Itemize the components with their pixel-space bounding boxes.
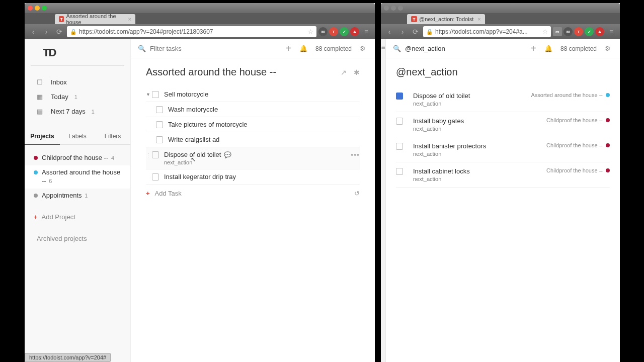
search-wrap: 🔍 xyxy=(138,45,279,52)
project-item[interactable]: Assorted around the house -- 6 xyxy=(25,165,130,189)
task-label-link[interactable]: next_action xyxy=(164,159,192,165)
url-field[interactable]: 🔒 https://todoist.com/app?v=204#project/… xyxy=(67,26,316,37)
forward-icon[interactable]: › xyxy=(41,27,52,37)
task-project-link[interactable]: Childproof the house -- xyxy=(546,142,603,148)
ext-todoist-icon[interactable]: T xyxy=(329,27,338,36)
maximize-window-icon[interactable] xyxy=(398,6,403,11)
notifications-icon[interactable]: 🔔 xyxy=(542,45,554,52)
close-tab-icon[interactable]: × xyxy=(477,16,480,22)
gear-icon[interactable]: ⚙ xyxy=(603,45,613,52)
url-text: https://todoist.com/app?v=204#project/12… xyxy=(79,28,306,35)
task-row[interactable]: Wash motoryccle xyxy=(146,102,360,117)
extension-icons: ▭ M T ✓ A ≡ xyxy=(553,27,617,37)
collapsed-sidebar[interactable]: ≡ xyxy=(381,39,386,362)
back-icon[interactable]: ‹ xyxy=(384,27,395,37)
browser-tab[interactable]: T Assorted around the house × xyxy=(55,14,135,24)
lock-icon: 🔒 xyxy=(426,29,433,35)
task-checkbox[interactable] xyxy=(152,91,159,98)
task-row[interactable]: Take pictures of motorcycle xyxy=(146,117,360,132)
tab-filters[interactable]: Filters xyxy=(95,129,130,144)
task-checkbox[interactable] xyxy=(156,121,163,128)
task-checkbox[interactable] xyxy=(152,173,159,180)
tab-labels[interactable]: Labels xyxy=(60,129,95,144)
tab-projects[interactable]: Projects xyxy=(25,129,60,145)
reload-icon[interactable]: ⟳ xyxy=(54,27,65,37)
back-icon[interactable]: ‹ xyxy=(28,27,39,37)
task-row[interactable]: Install banister protectorsnext_action C… xyxy=(396,137,610,162)
nav-next7[interactable]: ▤Next 7 days1 xyxy=(25,104,130,119)
ext-icon[interactable]: ✓ xyxy=(340,27,349,36)
task-checkbox[interactable] xyxy=(396,118,403,125)
search-input[interactable] xyxy=(405,45,524,52)
add-task-button[interactable]: + Add Task ↺ xyxy=(146,185,360,202)
task-project-link[interactable]: Assorted around the house -- xyxy=(531,92,603,98)
ext-icon[interactable]: M xyxy=(564,27,573,36)
task-row[interactable]: Install baby gatesnext_action Childproof… xyxy=(396,112,610,137)
browser-tab[interactable]: T @next_action: Todoist × xyxy=(407,14,485,24)
task-label-link[interactable]: next_action xyxy=(413,126,441,132)
sidebar-tabs: Projects Labels Filters xyxy=(25,129,130,145)
ext-abp-icon[interactable]: A xyxy=(350,27,359,36)
task-checkbox[interactable] xyxy=(156,106,163,113)
forward-icon[interactable]: › xyxy=(397,27,408,37)
task-row[interactable]: Write craigslist ad xyxy=(146,132,360,147)
filter-input[interactable] xyxy=(150,45,279,52)
archived-projects-link[interactable]: Archived projects xyxy=(25,225,130,252)
task-checkbox[interactable] xyxy=(152,151,159,158)
completed-count[interactable]: 88 completed xyxy=(313,45,354,52)
maximize-window-icon[interactable] xyxy=(42,6,47,11)
close-tab-icon[interactable]: × xyxy=(128,16,131,22)
ext-todoist-icon[interactable]: T xyxy=(574,27,583,36)
minimize-window-icon[interactable] xyxy=(35,6,40,11)
logo[interactable]: TD xyxy=(31,43,124,66)
add-project-button[interactable]: +Add Project xyxy=(25,209,130,225)
task-row[interactable]: Install kegerator drip tray xyxy=(146,169,360,185)
add-task-icon[interactable]: + xyxy=(283,43,293,54)
task-label-link[interactable]: next_action xyxy=(413,151,441,157)
task-label-link[interactable]: next_action xyxy=(413,101,441,107)
ext-icon[interactable]: ▭ xyxy=(553,27,562,36)
task-more-icon[interactable]: ••• xyxy=(351,151,360,159)
history-icon[interactable]: ↺ xyxy=(354,190,360,197)
url-field[interactable]: 🔒 https://todoist.com/app?v=204#a... ☆ xyxy=(423,26,551,37)
task-row[interactable]: ▼ Sell motorcycle xyxy=(146,87,360,102)
ext-icon[interactable]: ✓ xyxy=(585,27,594,36)
bookmark-star-icon[interactable]: ☆ xyxy=(542,28,548,35)
task-project-link[interactable]: Childproof the house -- xyxy=(546,117,603,123)
menu-icon[interactable]: ≡ xyxy=(606,27,617,37)
project-item[interactable]: Childproof the house -- 4 xyxy=(25,151,130,165)
browser-window-right: T @next_action: Todoist × ‹ › ⟳ 🔒 https:… xyxy=(381,3,620,362)
task-checkbox[interactable] xyxy=(396,143,403,150)
task-checkbox[interactable] xyxy=(156,136,163,143)
project-menu-icon[interactable]: ✱ xyxy=(354,68,360,76)
favicon-icon: T xyxy=(59,16,64,22)
minimize-window-icon[interactable] xyxy=(391,6,396,11)
drag-handle-icon[interactable]: ⋮ xyxy=(146,152,151,158)
task-row[interactable]: Install cabinet locksnext_action Childpr… xyxy=(396,162,610,188)
task-checkbox[interactable] xyxy=(396,168,403,175)
project-item[interactable]: Appointments 1 xyxy=(25,189,130,203)
task-row[interactable]: Dispose of old toiletnext_action Assorte… xyxy=(396,87,610,112)
share-icon[interactable]: ↗ xyxy=(341,68,347,76)
task-row[interactable]: ⋮ Dispose of old toilet💬 next_action ••• xyxy=(146,147,360,169)
nav-inbox[interactable]: ☐Inbox xyxy=(25,75,130,89)
gear-icon[interactable]: ⚙ xyxy=(358,45,368,52)
add-task-icon[interactable]: + xyxy=(528,43,538,54)
menu-icon[interactable]: ≡ xyxy=(361,27,372,37)
notifications-icon[interactable]: 🔔 xyxy=(297,45,309,52)
reload-icon[interactable]: ⟳ xyxy=(410,27,421,37)
topbar: 🔍 + 🔔 88 completed ⚙ xyxy=(386,39,620,58)
bookmark-star-icon[interactable]: ☆ xyxy=(308,28,313,35)
completed-count[interactable]: 88 completed xyxy=(558,45,599,52)
task-label-link[interactable]: next_action xyxy=(413,176,441,182)
collapse-icon[interactable]: ▼ xyxy=(146,92,151,97)
task-project-link[interactable]: Childproof the house -- xyxy=(546,167,603,173)
lock-icon: 🔒 xyxy=(70,29,77,35)
close-window-icon[interactable] xyxy=(28,6,33,11)
nav-today[interactable]: ▦Today1 xyxy=(25,89,130,104)
close-window-icon[interactable] xyxy=(384,6,389,11)
comment-icon[interactable]: 💬 xyxy=(224,151,231,158)
task-checkbox[interactable] xyxy=(396,93,403,100)
ext-abp-icon[interactable]: A xyxy=(595,27,604,36)
ext-icon[interactable]: M xyxy=(318,27,328,36)
